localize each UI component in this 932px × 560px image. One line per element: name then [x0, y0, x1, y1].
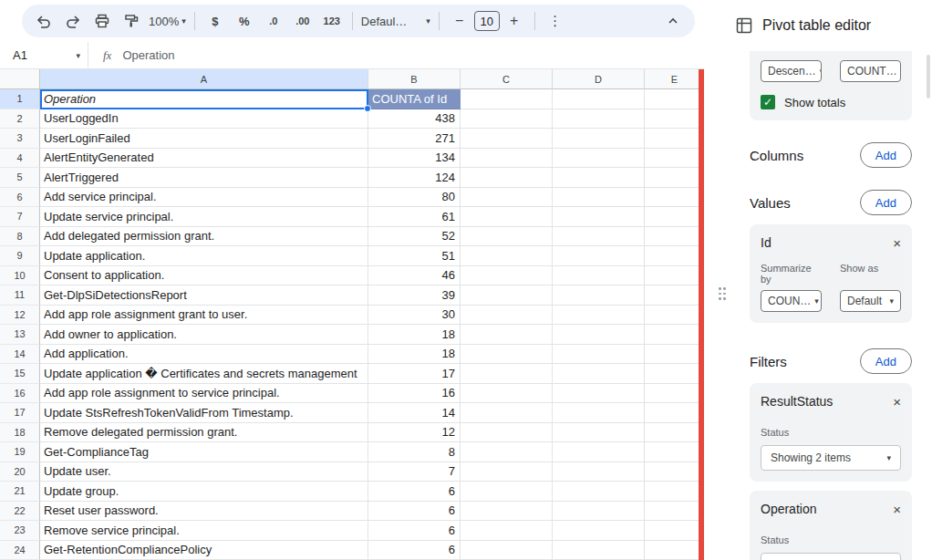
cell-empty[interactable]: [553, 325, 645, 345]
cell-empty[interactable]: [553, 345, 645, 365]
cell-operation[interactable]: AlertEntityGenerated: [40, 149, 368, 169]
cell-empty[interactable]: [645, 502, 704, 522]
cell-empty[interactable]: [461, 521, 553, 541]
row-number[interactable]: 16: [0, 384, 40, 404]
font-dropdown[interactable]: Defaul… ▾: [361, 8, 430, 34]
cell-operation[interactable]: Get-ComplianceTag: [40, 442, 368, 462]
cell-empty[interactable]: [461, 403, 553, 423]
cell-empty[interactable]: [553, 129, 645, 149]
cell-empty[interactable]: [553, 246, 645, 266]
cell-empty[interactable]: [645, 325, 704, 345]
show-as-dropdown[interactable]: Default ▾: [840, 290, 901, 312]
cell-count[interactable]: 18: [368, 325, 461, 345]
cell-empty[interactable]: [553, 285, 645, 306]
cell-operation[interactable]: Consent to application.: [40, 266, 368, 286]
cell-count[interactable]: 14: [368, 403, 461, 423]
resultstatus-filter-dropdown[interactable]: Showing 2 items ▾: [761, 445, 901, 471]
cell-empty[interactable]: [645, 521, 704, 541]
cell-a1-operation-header[interactable]: Operation: [40, 89, 368, 109]
row-order-dropdown[interactable]: Descen… ▾: [761, 60, 822, 82]
cell-count[interactable]: 12: [368, 423, 461, 443]
fill-handle[interactable]: [364, 105, 371, 112]
cell-empty[interactable]: [461, 462, 553, 482]
cell-empty[interactable]: [461, 541, 553, 560]
close-icon[interactable]: ×: [893, 395, 901, 409]
close-icon[interactable]: ×: [893, 236, 901, 250]
increase-decimal-button[interactable]: .00: [291, 8, 315, 34]
cell-empty[interactable]: [645, 129, 704, 149]
decrease-font-size-button[interactable]: −: [448, 8, 471, 34]
panel-scrollbar[interactable]: [927, 55, 930, 99]
cell-empty[interactable]: [461, 109, 553, 130]
cell-empty[interactable]: [461, 482, 553, 502]
row-number[interactable]: 1: [0, 89, 40, 109]
cell-operation[interactable]: Add owner to application.: [40, 325, 368, 345]
cell-empty[interactable]: [645, 345, 704, 365]
cell-empty[interactable]: [553, 423, 645, 443]
cell-operation[interactable]: Add service principal.: [40, 188, 368, 208]
cell-count[interactable]: 134: [368, 149, 461, 169]
cell-empty[interactable]: [461, 442, 553, 462]
row-number[interactable]: 22: [0, 502, 40, 522]
add-columns-button[interactable]: Add: [860, 142, 912, 168]
cell-b1-counta-header[interactable]: COUNTA of Id: [368, 89, 461, 109]
cell-empty[interactable]: [553, 306, 645, 326]
cell-operation[interactable]: Update StsRefreshTokenValidFrom Timestam…: [40, 403, 368, 423]
cell-empty[interactable]: [645, 306, 704, 326]
cell-count[interactable]: 51: [368, 246, 461, 266]
cell-empty[interactable]: [645, 285, 704, 306]
cell-empty[interactable]: [553, 541, 645, 560]
row-number[interactable]: 19: [0, 442, 40, 462]
cell-operation[interactable]: Get-DlpSiDetectionsReport: [40, 285, 368, 306]
cell-operation[interactable]: Remove service principal.: [40, 521, 368, 541]
cell-count[interactable]: 6: [368, 521, 461, 541]
cell-operation[interactable]: Remove delegated permission grant.: [40, 423, 368, 443]
cell-empty[interactable]: [645, 246, 704, 266]
row-number[interactable]: 2: [0, 109, 40, 130]
cell-empty[interactable]: [645, 207, 704, 227]
row-number[interactable]: 12: [0, 306, 40, 326]
cell-empty[interactable]: [553, 462, 645, 482]
cell-empty[interactable]: [553, 168, 645, 188]
cell-operation[interactable]: UserLoggedIn: [40, 109, 368, 130]
cell-operation[interactable]: Add delegated permission grant.: [40, 227, 368, 247]
cell-empty[interactable]: [553, 207, 645, 227]
cell-operation[interactable]: Reset user password.: [40, 502, 368, 522]
hide-menus-button[interactable]: [661, 8, 685, 34]
cell-empty[interactable]: [645, 149, 704, 169]
cell-empty[interactable]: [553, 266, 645, 286]
cell-operation[interactable]: Update group.: [40, 482, 368, 502]
cell-empty[interactable]: [553, 482, 645, 502]
cell-empty[interactable]: [461, 266, 553, 286]
cell-count[interactable]: 61: [368, 207, 461, 227]
cell-empty[interactable]: [553, 149, 645, 169]
row-number[interactable]: 6: [0, 188, 40, 208]
row-number[interactable]: 14: [0, 345, 40, 365]
cell-count[interactable]: 52: [368, 227, 461, 247]
cell-empty[interactable]: [645, 227, 704, 247]
row-number[interactable]: 7: [0, 207, 40, 227]
cell-empty[interactable]: [553, 89, 645, 109]
summarize-by-dropdown[interactable]: COUN… ▾: [761, 290, 822, 312]
cell-empty[interactable]: [461, 364, 553, 384]
cell-empty[interactable]: [461, 227, 553, 247]
cell-empty[interactable]: [645, 168, 704, 188]
formula-input[interactable]: Operation: [122, 48, 174, 62]
row-number[interactable]: 23: [0, 521, 40, 541]
cell-count[interactable]: 124: [368, 168, 461, 188]
font-size-input[interactable]: 10: [474, 11, 500, 31]
cell-count[interactable]: 6: [368, 482, 461, 502]
cell-empty[interactable]: [461, 168, 553, 188]
format-percent-button[interactable]: %: [233, 8, 256, 34]
column-header-b[interactable]: B: [368, 69, 461, 89]
cell-count[interactable]: 80: [368, 188, 461, 208]
panel-resize-handle[interactable]: [719, 287, 726, 300]
row-sort-by-dropdown[interactable]: COUNT… ▾: [840, 60, 901, 82]
cell-count[interactable]: 6: [368, 502, 461, 522]
cell-empty[interactable]: [461, 423, 553, 443]
operation-filter-dropdown[interactable]: Showing 102 items ▾: [761, 553, 901, 560]
row-number[interactable]: 3: [0, 129, 40, 149]
zoom-dropdown[interactable]: 100% ▾: [149, 8, 186, 34]
cell-reference-box[interactable]: A1 ▾: [0, 42, 88, 68]
increase-font-size-button[interactable]: +: [502, 8, 526, 34]
